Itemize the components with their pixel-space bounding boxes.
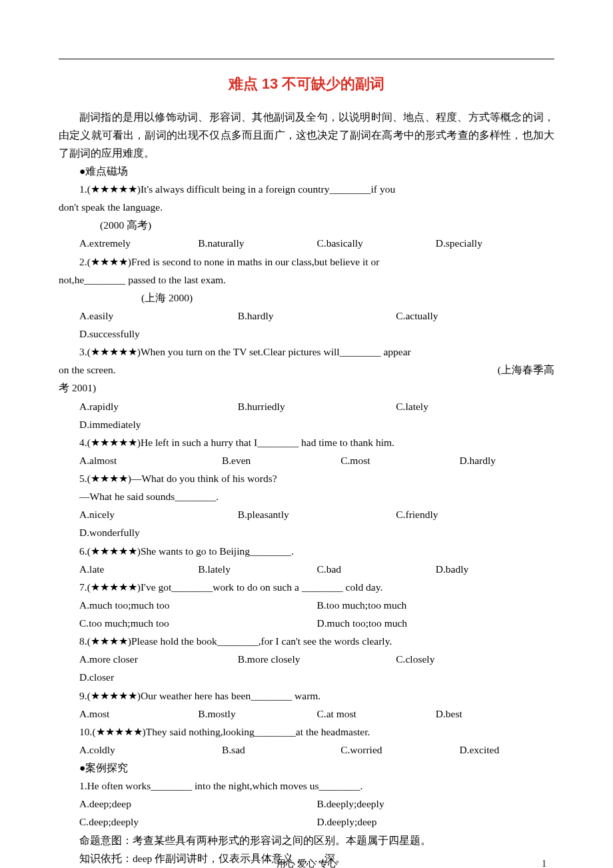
q1-opt-c: C.basically <box>317 234 436 252</box>
q3-source-inline: (上海春季高 <box>116 361 554 379</box>
q3-stem-line2: on the screen. <box>59 361 116 379</box>
q1-source: (2000 高考) <box>59 216 554 234</box>
q9-opt-d: D.best <box>436 705 554 723</box>
q8-stem: 8.(★★★★)Please hold the book________,for… <box>59 632 554 650</box>
q3-line2-row: on the screen. (上海春季高 <box>59 361 554 379</box>
q1-stem-line1: 1.(★★★★★)It's always difficult being in … <box>59 180 554 198</box>
q4-options: A.almost B.even C.most D.hardly <box>59 451 554 469</box>
q10-stem: 10.(★★★★★)They said nothing,looking_____… <box>59 723 554 741</box>
q2-stem-line1: 2.(★★★★)Fred is second to none in maths … <box>59 253 554 271</box>
q7-stem: 7.(★★★★★)I've got________work to do on s… <box>59 578 554 596</box>
q9-options: A.most B.mostly C.at most D.best <box>59 705 554 723</box>
q5-opt-a: A.nicely <box>79 505 238 523</box>
intro-paragraph: 副词指的是用以修饰动词、形容词、其他副词及全句，以说明时间、地点、程度、方式等概… <box>59 108 554 162</box>
q5-opt-d: D.wonderfully <box>79 523 554 541</box>
q7-opt-c: C.too much;much too <box>79 614 317 632</box>
section-heading-a: ●难点磁场 <box>59 162 554 180</box>
q4-opt-b: B.even <box>222 451 340 469</box>
q3-source-cont: 考 2001) <box>59 379 554 397</box>
c1-opt-c: C.deep;deeply <box>79 813 317 831</box>
q9-stem: 9.(★★★★★)Our weather here has been______… <box>59 687 554 705</box>
footer-text: 用心 爱心 专心 <box>0 856 613 868</box>
page-number: 1 <box>542 856 546 868</box>
c1-opt-b: B.deeply;deeply <box>317 795 555 813</box>
q3-stem-line1: 3.(★★★★★)When you turn on the TV set.Cle… <box>59 343 554 361</box>
q6-opt-a: A.late <box>79 560 198 578</box>
q1-opt-a: A.extremely <box>79 234 198 252</box>
q2-opt-b: B.hardly <box>238 307 396 325</box>
c1-opt-a: A.deep;deep <box>79 795 317 813</box>
q7-opt-d: D.much too;too much <box>317 614 555 632</box>
q3-opt-d: D.immediately <box>79 415 554 433</box>
q1-opt-d: D.specially <box>436 234 554 252</box>
q1-options: A.extremely B.naturally C.basically D.sp… <box>59 234 554 252</box>
q5-stem-line2: —What he said sounds________. <box>59 487 554 505</box>
q7-opt-b: B.too much;too much <box>317 596 555 614</box>
q5-opt-b: B.pleasantly <box>238 505 396 523</box>
q6-options: A.late B.lately C.bad D.badly <box>59 560 554 578</box>
q2-opt-c: C.actually <box>396 307 554 325</box>
q2-source: (上海 2000) <box>59 289 554 307</box>
q2-stem-line2: not,he________ passed to the last exam. <box>59 271 554 289</box>
q3-opt-a: A.rapidly <box>79 397 238 415</box>
q7-opt-a: A.much too;much too <box>79 596 317 614</box>
q10-options: A.coldly B.sad C.worried D.excited <box>59 741 554 759</box>
q3-options: A.rapidly B.hurriedly C.lately D.immedia… <box>59 397 554 433</box>
q10-opt-b: B.sad <box>222 741 340 759</box>
q5-options: A.nicely B.pleasantly C.friendly D.wonde… <box>59 505 554 541</box>
q10-opt-c: C.worried <box>340 741 459 759</box>
q10-opt-a: A.coldly <box>79 741 222 759</box>
q1-stem-line2: don't speak the language. <box>59 198 554 216</box>
q5-stem-line1: 5.(★★★★)—What do you think of his words? <box>59 469 554 487</box>
c1-stem: 1.He often works________ into the night,… <box>59 777 554 795</box>
q1-opt-b: B.naturally <box>198 234 316 252</box>
doc-title: 难点 13 不可缺少的副词 <box>59 71 554 97</box>
q8-opt-d: D.closer <box>79 668 554 686</box>
q9-opt-c: C.at most <box>317 705 436 723</box>
q6-stem: 6.(★★★★★)She wants to go to Beijing_____… <box>59 542 554 560</box>
q6-opt-d: D.badly <box>436 560 554 578</box>
q9-opt-a: A.most <box>79 705 198 723</box>
q4-opt-a: A.almost <box>79 451 222 469</box>
q6-opt-b: B.lately <box>198 560 316 578</box>
q2-opt-d: D.successfully <box>79 325 554 343</box>
q7-options: A.much too;much too B.too much;too much … <box>59 596 554 632</box>
q3-opt-c: C.lately <box>396 397 554 415</box>
q4-opt-c: C.most <box>340 451 459 469</box>
document-page: 难点 13 不可缺少的副词 副词指的是用以修饰动词、形容词、其他副词及全句，以说… <box>0 0 613 868</box>
q10-opt-d: D.excited <box>459 741 554 759</box>
q4-stem: 4.(★★★★★)He left in such a hurry that I_… <box>59 433 554 451</box>
section-heading-b: ●案例探究 <box>59 759 554 777</box>
q5-opt-c: C.friendly <box>396 505 554 523</box>
q8-options: A.more closer B.more closely C.closely D… <box>59 650 554 686</box>
q8-opt-b: B.more closely <box>238 650 396 668</box>
c1-intent: 命题意图：考查某些具有两种形式的形容词之间的区别。本题属于四星题。 <box>59 831 554 849</box>
q4-opt-d: D.hardly <box>459 451 554 469</box>
q6-opt-c: C.bad <box>317 560 436 578</box>
q2-options: A.easily B.hardly C.actually D.successfu… <box>59 307 554 343</box>
q3-opt-b: B.hurriedly <box>238 397 396 415</box>
q2-opt-a: A.easily <box>79 307 238 325</box>
q8-opt-a: A.more closer <box>79 650 238 668</box>
top-rule <box>59 59 554 59</box>
c1-options: A.deep;deep B.deeply;deeply C.deep;deepl… <box>59 795 554 831</box>
c1-opt-d: D.deeply;deep <box>317 813 555 831</box>
q8-opt-c: C.closely <box>396 650 554 668</box>
q9-opt-b: B.mostly <box>198 705 316 723</box>
